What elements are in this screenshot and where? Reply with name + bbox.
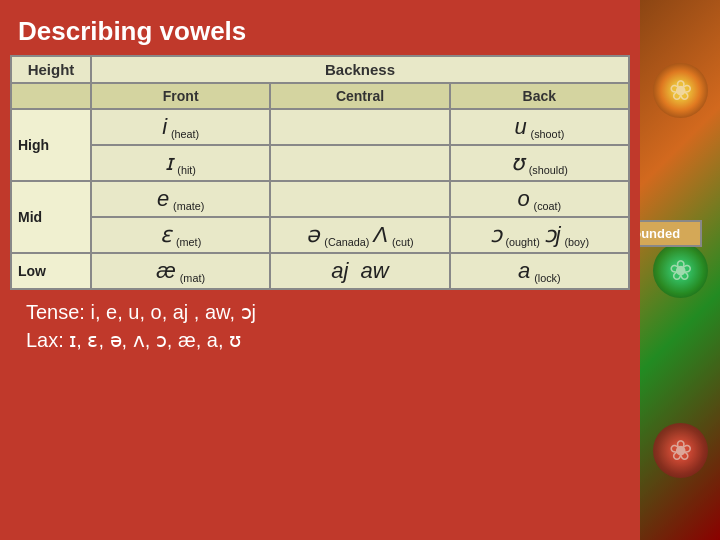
- phoneme-aj-aw: aj aw: [331, 258, 388, 283]
- table-row: ɛ (met) ə (Canada) Λ (cut) ɔ (ought) ɔj …: [11, 217, 629, 253]
- example-mate: (mate): [173, 194, 204, 209]
- back-header: Back: [450, 83, 629, 109]
- rounded-label: Rounded: [640, 220, 702, 247]
- bottom-text: Tense: i, e, u, o, aj , aw, ɔj Lax: ɪ, ɛ…: [10, 290, 630, 358]
- high-front-cell: i (heat): [91, 109, 270, 145]
- lax-line: Lax: ɪ, ɛ, ə, ʌ, ɔ, æ, a, ʊ: [18, 326, 622, 354]
- mid-central-cell: [270, 181, 449, 217]
- table-row: Low æ (mat) aj aw a (lock): [11, 253, 629, 289]
- mid2-back-cell: ɔ (ought) ɔj (boy): [450, 217, 629, 253]
- phoneme-lambda: Λ: [373, 222, 388, 247]
- example-hit: (hit): [177, 158, 196, 173]
- mid-back-cell: o (coat): [450, 181, 629, 217]
- phoneme-a: a: [518, 258, 530, 283]
- phoneme-small-i: ɪ: [165, 150, 173, 175]
- mid2-front-cell: ɛ (met): [91, 217, 270, 253]
- content-area: Describing vowels Height Backness Front …: [0, 0, 640, 540]
- vowel-table-wrapper: Height Backness Front Central Back High …: [10, 55, 630, 290]
- right-decoration: Rounded: [640, 0, 720, 540]
- deco-bottom: [653, 423, 708, 478]
- phoneme-ae: æ: [156, 258, 176, 283]
- mid2-central-cell: ə (Canada) Λ (cut): [270, 217, 449, 253]
- low-label: Low: [11, 253, 91, 289]
- subheader-row: Front Central Back: [11, 83, 629, 109]
- low-back-cell: a (lock): [450, 253, 629, 289]
- example-canada: (Canada): [324, 230, 369, 245]
- main-container: Describing vowels Height Backness Front …: [0, 0, 720, 540]
- phoneme-open-o: ɔ: [490, 222, 502, 247]
- phoneme-epsilon: ɛ: [160, 222, 172, 247]
- high2-back-cell: ʊ (should): [450, 145, 629, 181]
- high2-front-cell: ɪ (hit): [91, 145, 270, 181]
- table-row: High i (heat) u (shoot): [11, 109, 629, 145]
- height-header: Height: [11, 56, 91, 83]
- deco-mid: [653, 243, 708, 298]
- phoneme-e: e: [157, 186, 169, 211]
- phoneme-i: i: [162, 114, 167, 139]
- backness-header: Backness: [91, 56, 629, 83]
- central-header: Central: [270, 83, 449, 109]
- front-header: Front: [91, 83, 270, 109]
- phoneme-upsilon: ʊ: [511, 150, 525, 175]
- header-row: Height Backness: [11, 56, 629, 83]
- table-row: ɪ (hit) ʊ (should): [11, 145, 629, 181]
- mid-label: Mid: [11, 181, 91, 253]
- page-title: Describing vowels: [10, 12, 630, 55]
- high2-central-cell: [270, 145, 449, 181]
- high-central-cell: [270, 109, 449, 145]
- low-central-cell: aj aw: [270, 253, 449, 289]
- low-front-cell: æ (mat): [91, 253, 270, 289]
- phoneme-schwa: ə: [306, 222, 320, 247]
- tense-line: Tense: i, e, u, o, aj , aw, ɔj: [18, 294, 622, 326]
- phoneme-oj: ɔj: [544, 222, 561, 247]
- high-back-cell: u (shoot): [450, 109, 629, 145]
- example-mat: (mat): [180, 266, 205, 281]
- deco-top: [653, 63, 708, 118]
- phoneme-o: o: [517, 186, 529, 211]
- table-row: Mid e (mate) o (coat): [11, 181, 629, 217]
- example-should: (should): [529, 158, 568, 173]
- example-cut: (cut): [392, 230, 414, 245]
- height-subheader: [11, 83, 91, 109]
- example-met: (met): [176, 230, 201, 245]
- example-lock: (lock): [534, 266, 560, 281]
- example-shoot: (shoot): [531, 122, 565, 137]
- example-boy: (boy): [564, 230, 589, 245]
- example-ought: (ought): [505, 230, 539, 245]
- phoneme-u: u: [514, 114, 526, 139]
- example-heat: (heat): [171, 122, 199, 137]
- vowel-table: Height Backness Front Central Back High …: [10, 55, 630, 290]
- example-coat: (coat): [534, 194, 562, 209]
- mid-front-cell: e (mate): [91, 181, 270, 217]
- high-label: High: [11, 109, 91, 181]
